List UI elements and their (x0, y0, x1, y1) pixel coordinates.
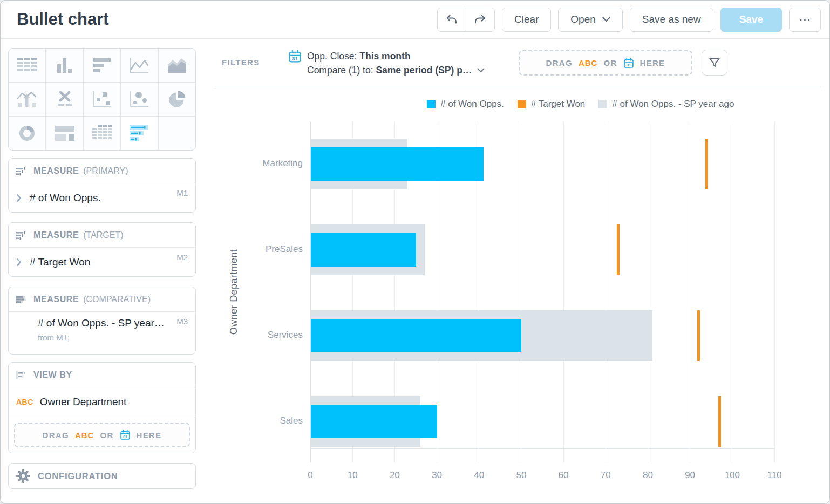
chart-type-combo-chart[interactable] (9, 83, 45, 116)
expand-chevron-icon[interactable] (16, 258, 22, 267)
axis-bars-icon (16, 370, 26, 380)
chart-type-x-axis-chart[interactable] (46, 83, 83, 116)
target-marker[interactable] (617, 224, 620, 275)
panel-header-label: MEASURE (33, 295, 79, 304)
panel-header-qualifier: (PRIMARY) (83, 166, 128, 176)
chart-type-column-chart[interactable] (46, 49, 83, 82)
page-title: Bullet chart (17, 10, 109, 29)
x-tick-label: 40 (463, 470, 495, 481)
primary-bar[interactable] (311, 405, 438, 438)
measure-primary-panel: MEASURE (PRIMARY) # of Won Opps. M1 (8, 158, 196, 213)
primary-bar[interactable] (311, 319, 522, 352)
panel-header-label: VIEW BY (33, 370, 72, 380)
x-axis-line (310, 448, 774, 449)
category-label: Marketing (227, 158, 303, 169)
bubble-chart-icon (128, 90, 151, 108)
gridline (690, 122, 690, 462)
abc-field-type-icon: ABC (16, 398, 33, 406)
gear-icon (16, 469, 30, 483)
undo-button[interactable] (438, 8, 466, 31)
measure-comparative-row[interactable]: # of Won Opps. - SP year… from M1; M3 (9, 312, 195, 354)
view-by-header: VIEW BY (9, 363, 195, 387)
gridline (606, 122, 606, 462)
chart-type-table[interactable] (9, 49, 45, 82)
target-marker[interactable] (705, 139, 708, 189)
measure-label: # of Won Opps. - SP year… (38, 317, 188, 329)
panel-header-label: MEASURE (33, 230, 79, 240)
clear-button[interactable]: Clear (502, 8, 551, 32)
scatter-plot-icon (91, 90, 113, 108)
chart-type-bubble-chart[interactable] (121, 83, 158, 116)
primary-bar[interactable] (311, 233, 416, 267)
chart-type-bar-chart[interactable] (84, 49, 120, 82)
category-label: PreSales (227, 244, 303, 255)
target-marker[interactable] (697, 310, 700, 361)
chart-type-area-chart[interactable] (159, 49, 195, 82)
view-by-field-row[interactable]: ABC Owner Department (9, 387, 195, 417)
open-button[interactable]: Open (558, 8, 622, 32)
toolbar-actions: Clear Open Save as new Save ⋯ (437, 8, 829, 32)
expand-chevron-icon[interactable] (16, 194, 22, 202)
chart-type-line-chart[interactable] (121, 49, 158, 82)
chart-type-donut-chart[interactable] (9, 117, 45, 150)
measure-badge: M2 (176, 253, 188, 262)
top-bar: Bullet chart Clear Open Save as new Save… (1, 1, 829, 39)
x-tick-label: 70 (589, 470, 622, 481)
column-chart-icon (54, 57, 76, 74)
primary-bar[interactable] (311, 147, 484, 181)
x-tick-label: 10 (336, 470, 369, 481)
redo-icon (473, 13, 487, 26)
measure-target-panel: MEASURE (TARGET) # Target Won M2 (8, 222, 196, 277)
svg-text:31: 31 (123, 435, 127, 439)
panel-header-qualifier: (COMPARATIVE) (83, 295, 151, 304)
chart-type-layout[interactable] (46, 117, 83, 150)
calendar-icon: 31 (120, 430, 131, 440)
x-axis-chart-icon (54, 91, 76, 108)
combo-chart-icon (16, 90, 38, 108)
more-options-button[interactable]: ⋯ (789, 8, 821, 32)
chart-type-grid (8, 48, 196, 151)
line-chart-icon (128, 56, 151, 74)
save-as-new-button[interactable]: Save as new (630, 8, 713, 32)
drop-hint-drag: DRAG (43, 431, 69, 440)
x-tick-label: 80 (631, 470, 664, 481)
main-area: FILTERS 31 Opp. Close: This month Compar… (206, 38, 829, 503)
x-tick-label: 90 (674, 470, 706, 481)
bar-chart-icon (91, 57, 113, 74)
drop-hint-abc: ABC (75, 431, 94, 440)
chart-type-pie-chart[interactable] (159, 83, 195, 116)
drop-hint-here: HERE (137, 431, 162, 440)
measure-target-row[interactable]: # Target Won M2 (9, 248, 195, 276)
save-button[interactable]: Save (720, 8, 782, 32)
chart-type-pivot-table[interactable] (84, 117, 120, 150)
configuration-button[interactable]: CONFIGURATION (8, 463, 196, 489)
x-tick-label: 100 (716, 470, 749, 481)
view-by-field-label: Owner Department (40, 396, 127, 408)
configuration-label: CONFIGURATION (38, 471, 118, 481)
target-marker[interactable] (718, 396, 721, 447)
donut-chart-icon (16, 124, 38, 143)
chart-type-bullet-chart[interactable] (121, 117, 158, 150)
x-tick-label: 30 (421, 470, 453, 481)
measure-target-header: MEASURE (TARGET) (9, 223, 195, 248)
redo-button[interactable] (466, 8, 494, 31)
chart-type-scatter-plot[interactable] (84, 83, 120, 116)
measure-label: # of Won Opps. (30, 192, 101, 204)
panel-header-qualifier: (TARGET) (83, 230, 123, 240)
gridline (563, 122, 564, 462)
measure-primary-header: MEASURE (PRIMARY) (9, 159, 195, 183)
x-tick-label: 60 (547, 470, 580, 481)
measure-comparative-header: MEASURE (COMPARATIVE) (9, 287, 195, 312)
pie-chart-icon (166, 90, 188, 109)
layout-icon (54, 125, 76, 142)
view-by-drop-zone[interactable]: DRAG ABC OR 31 HERE (14, 423, 190, 447)
app-window: Bullet chart Clear Open Save as new Save… (0, 0, 830, 504)
measure-primary-row[interactable]: # of Won Opps. M1 (9, 183, 195, 212)
category-label: Services (227, 330, 303, 340)
gridline (521, 122, 521, 462)
panel-header-label: MEASURE (33, 166, 79, 176)
x-tick-label: 20 (378, 470, 411, 481)
measure-badge: M3 (176, 317, 188, 326)
chart-type-empty (159, 117, 195, 150)
pivot-table-icon (91, 124, 113, 142)
